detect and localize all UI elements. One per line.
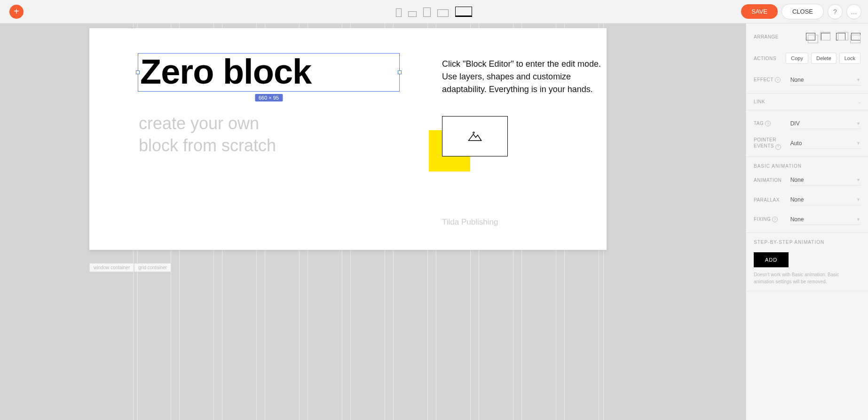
arrange-front-icon[interactable] [806,33,815,40]
subheading-line: block from scratch [139,135,276,157]
device-desktop-icon[interactable] [455,7,472,17]
parallax-select[interactable]: None▼ [790,194,860,205]
arrange-forward-icon[interactable] [821,33,830,40]
selection-size-badge: 660 × 95 [255,94,283,101]
delete-button[interactable]: Delete [811,53,836,64]
help-icon[interactable]: ? [775,144,781,150]
arrange-label: ARRANGE [754,34,790,39]
fixing-label: FIXING? [754,217,790,223]
tag-label: TAG? [754,121,790,127]
basic-animation-title: BASIC ANIMATION [746,157,868,171]
footer-text[interactable]: Tilda Publishing [442,218,498,227]
device-tablet-landscape-icon[interactable] [437,9,449,17]
effect-label: EFFECT? [754,77,790,83]
container-labels: window container grid container [89,263,171,272]
editor-canvas[interactable]: + Zero block 660 × 95 create your own bl… [0,23,746,420]
chevron-down-icon: ▼ [856,217,860,222]
help-icon[interactable]: ? [772,217,778,222]
subheading-text[interactable]: create your own block from scratch [139,113,276,157]
close-button[interactable]: CLOSE [781,4,824,19]
effect-select[interactable]: None▼ [790,75,860,86]
container-label[interactable]: grid container [134,263,171,272]
device-mobile-portrait-icon[interactable] [396,8,402,17]
help-button[interactable]: ? [828,4,843,19]
add-step-animation-button[interactable]: ADD [754,252,789,267]
chevron-down-icon: ▼ [856,121,860,126]
mountain-icon [467,130,483,143]
add-element-button[interactable]: + [9,5,24,19]
help-icon[interactable]: ? [775,77,781,83]
device-preview-switcher [396,7,472,17]
link-section[interactable]: LINK ⌵ [746,93,868,110]
chevron-down-icon: ⌵ [858,100,860,104]
device-mobile-landscape-icon[interactable] [408,11,417,17]
topbar-right-group: SAVE CLOSE ? … [741,4,861,19]
animation-select[interactable]: None▼ [790,175,860,186]
parallax-label: PARALLAX [754,197,790,202]
heading-text[interactable]: Zero block [138,54,399,90]
arrange-back-icon[interactable] [851,33,860,40]
tag-select[interactable]: DIV▼ [790,118,860,129]
container-label[interactable]: window container [89,263,134,272]
lock-button[interactable]: Lock [839,53,860,64]
pointer-events-label: POINTER EVENTS? [754,137,790,149]
chevron-down-icon: ▼ [856,141,860,146]
help-icon[interactable]: ? [765,121,771,126]
fixing-select[interactable]: None▼ [790,214,860,225]
actions-label: ACTIONS [754,56,786,61]
top-toolbar: + SAVE CLOSE ? … [0,0,868,23]
svg-point-0 [473,132,474,133]
device-tablet-portrait-icon[interactable] [423,8,431,17]
copy-button[interactable]: Copy [786,53,808,64]
pointer-events-select[interactable]: Auto▼ [790,138,860,149]
link-label: LINK [754,99,790,104]
description-text[interactable]: Click "Block Editor" to enter the edit m… [442,58,611,96]
resize-handle-left[interactable] [136,70,140,74]
save-button[interactable]: SAVE [741,4,778,19]
arrange-backward-icon[interactable] [836,33,845,40]
chevron-down-icon: ▼ [856,178,860,182]
resize-handle-right[interactable] [398,70,402,74]
chevron-down-icon: ▼ [856,78,860,82]
more-menu-button[interactable]: … [846,4,861,19]
selected-text-element[interactable]: Zero block 660 × 95 [138,53,400,92]
step-animation-note: Doesn't work with Basic animation. Basic… [754,271,860,285]
properties-panel: ARRANGE ACTIONS Copy Delete Lock EFFECT?… [746,23,868,420]
chevron-down-icon: ▼ [856,197,860,202]
subheading-line: create your own [139,113,276,135]
animation-label: ANIMATION [754,178,790,183]
step-animation-title: STEP-BY-STEP ANIMATION [746,233,868,247]
image-placeholder[interactable] [442,116,508,156]
